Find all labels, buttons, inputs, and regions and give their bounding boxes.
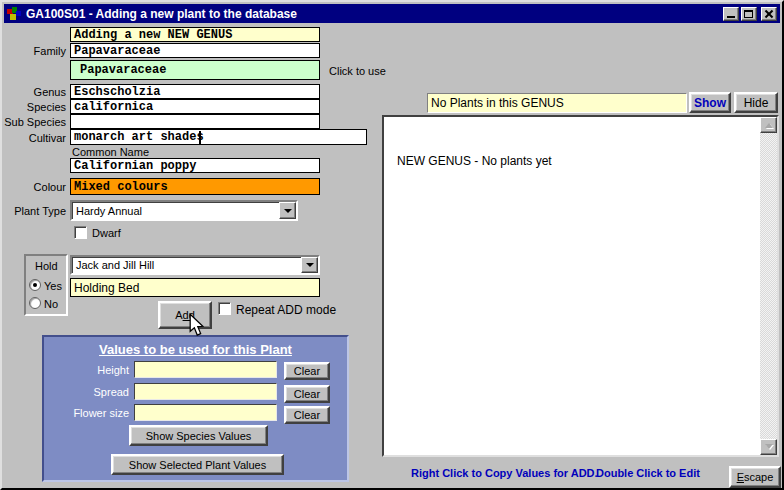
repeat-add-checkbox[interactable] — [218, 302, 231, 315]
genus-label: Genus — [2, 86, 66, 98]
minimize-icon — [727, 16, 735, 18]
cultivar-input[interactable]: monarch art shades — [70, 129, 367, 145]
close-button[interactable] — [761, 7, 777, 21]
location-combobox[interactable]: Jack and Jill Hill — [70, 255, 320, 275]
subspecies-label: Sub Species — [2, 116, 66, 128]
genus-input[interactable]: Eschscholzia — [70, 84, 320, 99]
plant-listbox[interactable]: NEW GENUS - No plants yet — [382, 115, 779, 457]
hide-button[interactable]: Hide — [734, 92, 778, 113]
chevron-down-icon — [284, 209, 292, 217]
plant-type-combobox[interactable]: Hardy Annual — [70, 200, 298, 221]
scroll-down-button[interactable] — [760, 439, 777, 455]
flower-size-input[interactable] — [134, 404, 277, 421]
window-title: GA100S01 - Adding a new plant to the dat… — [26, 7, 297, 21]
hold-label: Hold — [35, 260, 58, 272]
dwarf-label: Dwarf — [92, 227, 121, 239]
height-label: Height — [44, 364, 129, 376]
arrow-up-icon — [765, 119, 773, 128]
species-input[interactable]: californica — [70, 99, 320, 114]
arrow-down-icon — [765, 444, 773, 453]
colour-label: Colour — [2, 181, 66, 193]
location-dropdown-button[interactable] — [301, 257, 318, 273]
clear-spread-button[interactable]: Clear — [284, 385, 330, 403]
chevron-down-icon — [306, 263, 314, 271]
common-name-input[interactable]: Californian poppy — [70, 158, 320, 173]
hold-no-label: No — [44, 298, 58, 310]
application-window: GA100S01 - Adding a new plant to the dat… — [0, 0, 784, 490]
repeat-add-label: Repeat ADD mode — [236, 303, 336, 317]
genus-status-field: No Plants in this GENUS — [427, 93, 687, 113]
clear-flower-size-button[interactable]: Clear — [284, 406, 330, 424]
hint-double-click-edit: Double Click to Edit — [596, 467, 700, 479]
cultivar-label: Cultivar — [2, 132, 66, 144]
spread-input[interactable] — [134, 383, 277, 400]
hold-yes-label: Yes — [44, 280, 62, 292]
hold-no-radio[interactable] — [29, 297, 41, 309]
radio-selected-dot — [33, 283, 37, 287]
clear-height-button[interactable]: Clear — [284, 362, 330, 380]
vertical-scrollbar[interactable] — [760, 117, 777, 455]
family-input[interactable]: Papavaraceae — [70, 43, 320, 58]
show-species-values-button[interactable]: Show Species Values — [129, 425, 268, 446]
show-selected-plant-values-button[interactable]: Show Selected Plant Values — [111, 454, 284, 475]
title-bar[interactable]: GA100S01 - Adding a new plant to the dat… — [4, 4, 780, 23]
close-icon — [764, 9, 774, 19]
family-suggestion-field[interactable]: Papavaraceae — [70, 60, 320, 80]
location-value: Jack and Jill Hill — [76, 259, 154, 271]
flower-size-label: Flower size — [44, 407, 129, 419]
holding-bed-field[interactable]: Holding Bed — [70, 278, 320, 297]
hold-groupbox: Hold Yes No — [24, 254, 68, 316]
escape-button-label: Escape — [737, 471, 774, 483]
mouse-cursor-icon — [188, 313, 205, 337]
maximize-icon — [744, 10, 753, 18]
banner-field: Adding a new NEW GENUS — [70, 27, 320, 42]
plant-type-dropdown-button[interactable] — [279, 202, 296, 219]
hold-yes-radio[interactable] — [29, 279, 41, 291]
family-label: Family — [2, 45, 66, 57]
empty-list-message: NEW GENUS - No plants yet — [397, 154, 552, 168]
scrollbar-track[interactable] — [760, 133, 777, 439]
height-input[interactable] — [134, 361, 277, 378]
colour-field[interactable]: Mixed colours — [70, 178, 320, 195]
plant-type-label: Plant Type — [2, 205, 66, 217]
species-label: Species — [2, 101, 66, 113]
common-name-label: Common Name — [72, 146, 149, 158]
app-icon — [7, 7, 22, 21]
subspecies-input[interactable] — [70, 114, 320, 129]
spread-label: Spread — [44, 386, 129, 398]
maximize-button[interactable] — [741, 7, 757, 21]
scroll-up-button[interactable] — [760, 117, 777, 133]
plant-type-value: Hardy Annual — [76, 205, 142, 217]
hint-copy-values: Right Click to Copy Values for ADD. — [411, 467, 598, 479]
minimize-button[interactable] — [723, 7, 739, 21]
dwarf-checkbox[interactable] — [74, 226, 87, 239]
text-caret — [199, 131, 201, 144]
values-panel-title: Values to be used for this Plant — [44, 342, 347, 357]
escape-button[interactable]: Escape — [729, 466, 781, 488]
click-to-use-label: Click to use — [329, 65, 386, 77]
show-button[interactable]: Show — [689, 92, 731, 113]
values-panel: Values to be used for this Plant Height … — [42, 335, 349, 482]
